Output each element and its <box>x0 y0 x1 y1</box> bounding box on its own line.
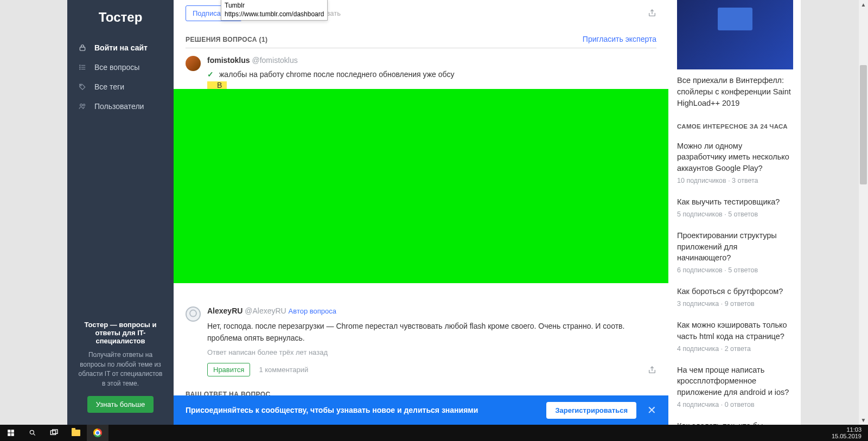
sidebar-item-tags[interactable]: Все теги <box>67 77 174 97</box>
answer-text: жалобы на работу chrome после последнего… <box>219 70 454 79</box>
answer-block: AlexeyRU @AlexeyRU Автор вопроса Нет, го… <box>186 306 656 376</box>
svg-rect-0 <box>80 47 85 50</box>
sidebar-tagline: Тостер — вопросы и ответы для IT-специал… <box>77 321 164 345</box>
comments-link[interactable]: 1 комментарий <box>259 366 308 374</box>
svg-point-8 <box>80 104 82 106</box>
sidebar-login[interactable]: Войти на сайт <box>67 38 174 57</box>
svg-point-4 <box>80 65 80 66</box>
svg-rect-11 <box>11 430 14 432</box>
file-explorer-button[interactable] <box>65 425 87 441</box>
scroll-thumb[interactable] <box>860 65 867 184</box>
folder-icon <box>72 430 80 436</box>
interesting-q[interactable]: Проектировании структуры приложений для … <box>677 230 793 263</box>
avatar[interactable] <box>186 306 201 322</box>
share-icon[interactable] <box>648 366 656 374</box>
taskbar-clock[interactable]: 11:03 15.05.2019 <box>832 426 868 439</box>
sidebar-desc: Получайте ответы на вопросы по любой тем… <box>77 350 164 388</box>
interesting-item[interactable]: Проектировании структуры приложений для … <box>669 225 801 280</box>
interesting-meta: 5 подписчиков · 5 ответов <box>677 210 793 218</box>
author-badge: Автор вопроса <box>289 307 336 315</box>
start-button[interactable] <box>0 425 22 441</box>
lock-icon <box>78 44 87 52</box>
avatar[interactable] <box>186 56 201 71</box>
scrollbar[interactable]: ▲ ▼ <box>859 0 868 425</box>
interesting-meta: 6 подписчиков · 5 ответов <box>677 266 793 274</box>
sidebar-footer: Тостер — вопросы и ответы для IT-специал… <box>67 312 174 425</box>
sidebar-item-users[interactable]: Пользователи <box>67 97 174 116</box>
list-icon <box>78 63 87 71</box>
interesting-q[interactable]: Можно ли одному разработчику иметь неско… <box>677 140 793 174</box>
right-sidebar: Все приехали в Винтерфелл: спойлеры с ко… <box>668 0 801 425</box>
share-icon[interactable] <box>648 9 656 17</box>
interesting-q[interactable]: Как можно кэшировать только часть html к… <box>677 319 793 342</box>
answer-text: Нет, господа. после перезагрузки — Chrom… <box>207 321 656 344</box>
users-icon <box>78 103 87 110</box>
tooltip-title: Tumblr <box>225 1 324 10</box>
scroll-up-icon[interactable]: ▲ <box>859 0 868 9</box>
svg-point-14 <box>30 430 34 434</box>
interesting-item[interactable]: Как выучить тестировщика? 5 подписчиков … <box>669 191 801 225</box>
clock-date: 15.05.2019 <box>832 433 861 439</box>
sidebar-item-label: Пользователи <box>94 102 144 111</box>
svg-rect-13 <box>11 433 14 436</box>
interesting-q[interactable]: На чем проще написать кроссплотформенное… <box>677 365 793 398</box>
promo-text[interactable]: Все приехали в Винтерфелл: спойлеры с ко… <box>669 75 801 119</box>
interesting-title: САМОЕ ИНТЕРЕСНОЕ ЗА 24 ЧАСА <box>669 119 801 135</box>
svg-rect-12 <box>8 433 10 436</box>
solutions-title: РЕШЕНИЯ ВОПРОСА (1) <box>186 36 267 43</box>
close-icon[interactable]: ✕ <box>647 404 656 417</box>
interesting-meta: 4 подписчика · 0 ответов <box>677 401 793 408</box>
tag-icon <box>78 83 87 91</box>
sidebar-item-label: Все теги <box>94 82 124 91</box>
interesting-item[interactable]: Можно ли одному разработчику иметь неско… <box>669 135 801 191</box>
taskview-button[interactable] <box>43 425 65 441</box>
main-content: Tumblr https://www.tumblr.com/dashboard … <box>174 0 668 425</box>
interesting-q[interactable]: Как выучить тестировщика? <box>677 196 793 207</box>
answer-author-name[interactable]: AlexeyRU <box>207 306 242 315</box>
answer-author-handle: @fomistoklus <box>252 56 297 65</box>
answer-author-handle: @AlexeyRU <box>245 306 286 315</box>
promo-image[interactable] <box>677 0 793 69</box>
chrome-icon <box>93 429 102 437</box>
svg-rect-17 <box>53 430 58 433</box>
site-brand[interactable]: Тостер <box>67 0 174 38</box>
search-button[interactable] <box>22 425 43 441</box>
sidebar-item-questions[interactable]: Все вопросы <box>67 57 174 77</box>
interesting-q[interactable]: Как бороться с брутфорсом? <box>677 286 793 297</box>
svg-point-9 <box>83 104 85 106</box>
sidebar-login-label: Войти на сайт <box>94 43 148 52</box>
answer-meta: Ответ написан более трёх лет назад <box>207 348 656 356</box>
interesting-item[interactable]: Как можно кэшировать только часть html к… <box>669 314 801 359</box>
interesting-meta: 3 подписчика · 9 ответов <box>677 300 793 308</box>
interesting-meta: 4 подписчика · 2 ответа <box>677 345 793 353</box>
answer-extra: В <box>217 81 222 90</box>
link-tooltip: Tumblr https://www.tumblr.com/dashboard <box>221 0 328 21</box>
svg-line-15 <box>33 433 35 435</box>
check-icon: ✓ <box>207 70 214 79</box>
learn-more-button[interactable]: Узнать больше <box>87 396 154 413</box>
register-button[interactable]: Зарегистрироваться <box>546 402 636 419</box>
sidebar: Тостер Войти на сайт Все вопросы <box>67 0 174 425</box>
scroll-down-icon[interactable]: ▼ <box>859 416 868 425</box>
svg-rect-10 <box>8 430 10 432</box>
svg-rect-16 <box>50 431 55 434</box>
interesting-meta: 10 подписчиков · 3 ответа <box>677 177 793 184</box>
join-banner: Присоединяйтесь к сообществу, чтобы узна… <box>174 395 668 425</box>
answer-block: fomistoklus @fomistoklus ✓ жалобы на раб… <box>186 56 656 90</box>
answer-author-name[interactable]: fomistoklus <box>207 56 250 65</box>
svg-point-6 <box>80 69 80 69</box>
divider <box>186 48 656 48</box>
chrome-taskbar-button[interactable] <box>87 425 108 441</box>
invite-expert-link[interactable]: Пригласить эксперта <box>583 35 656 43</box>
like-button[interactable]: Нравится <box>207 363 250 376</box>
green-overlay <box>174 89 668 283</box>
interesting-item[interactable]: Как бороться с брутфорсом? 3 подписчика … <box>669 280 801 314</box>
clock-time: 11:03 <box>832 426 861 433</box>
sidebar-item-label: Все вопросы <box>94 63 139 72</box>
svg-point-7 <box>80 85 81 86</box>
taskbar: 11:03 15.05.2019 <box>0 425 868 441</box>
join-text: Присоединяйтесь к сообществу, чтобы узна… <box>186 406 478 414</box>
interesting-item[interactable]: На чем проще написать кроссплотформенное… <box>669 359 801 415</box>
svg-point-5 <box>80 67 80 67</box>
tooltip-url: https://www.tumblr.com/dashboard <box>225 10 324 18</box>
